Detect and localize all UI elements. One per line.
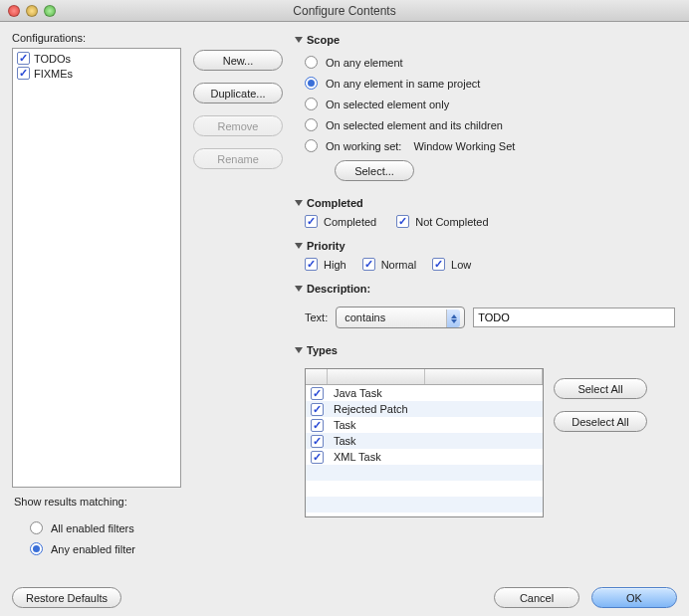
checkbox-not-completed-label: Not Completed — [415, 216, 488, 228]
radio-any-filter-label: Any enabled filter — [51, 543, 135, 555]
working-set-value: Window Working Set — [413, 140, 515, 152]
restore-defaults-button[interactable]: Restore Defaults — [12, 587, 121, 608]
disclosure-icon — [295, 243, 303, 249]
type-label: Rejected Patch — [328, 403, 425, 415]
type-label: Task — [328, 435, 425, 447]
radio-selected-only[interactable] — [305, 98, 318, 110]
table-row[interactable]: Java Task — [306, 385, 543, 401]
radio-any-filter[interactable] — [30, 542, 43, 555]
disclosure-icon — [295, 37, 303, 43]
chevron-updown-icon — [446, 309, 460, 327]
disclosure-icon — [295, 347, 303, 353]
duplicate-button[interactable]: Duplicate... — [193, 83, 283, 103]
checkbox-low-label: Low — [451, 259, 471, 271]
remove-button: Remove — [193, 115, 283, 136]
priority-header[interactable]: Priority — [295, 240, 675, 252]
combo-value: contains — [344, 311, 385, 323]
checkbox-icon[interactable] — [17, 67, 30, 80]
config-item[interactable]: TODOs — [13, 51, 180, 66]
description-mode-combo[interactable]: contains — [336, 307, 465, 328]
checkbox-icon[interactable] — [17, 52, 30, 65]
configurations-list[interactable]: TODOs FIXMEs — [12, 48, 181, 488]
scope-title: Scope — [307, 34, 340, 46]
disclosure-icon — [295, 200, 303, 206]
radio-working-set[interactable] — [305, 139, 318, 152]
config-item[interactable]: FIXMEs — [13, 66, 180, 81]
checkbox-normal-label: Normal — [381, 259, 416, 271]
checkbox-icon[interactable] — [311, 419, 324, 432]
description-title: Description: — [307, 283, 370, 295]
checkbox-high-label: High — [324, 259, 346, 271]
checkbox-icon[interactable] — [311, 403, 324, 416]
deselect-all-button[interactable]: Deselect All — [554, 411, 647, 432]
checkbox-icon[interactable] — [311, 387, 324, 400]
type-label: XML Task — [328, 451, 425, 463]
radio-selected-children-label: On selected element and its children — [326, 119, 503, 131]
window-controls — [8, 5, 56, 17]
config-item-label: TODOs — [34, 53, 71, 65]
checkbox-not-completed[interactable] — [396, 215, 409, 228]
radio-selected-children[interactable] — [305, 118, 318, 131]
checkbox-high[interactable] — [305, 258, 318, 271]
type-label: Task — [328, 419, 425, 431]
checkbox-low[interactable] — [432, 258, 445, 271]
radio-selected-only-label: On selected element only — [326, 99, 449, 110]
disclosure-icon — [295, 286, 303, 292]
description-text-input[interactable] — [473, 308, 675, 327]
cancel-button[interactable]: Cancel — [494, 587, 579, 608]
types-title: Types — [307, 344, 338, 356]
types-table[interactable]: Java TaskRejected PatchTaskTaskXML Task — [305, 368, 544, 517]
show-results-label: Show results matching: — [14, 496, 181, 508]
titlebar: Configure Contents — [0, 0, 689, 22]
checkbox-icon[interactable] — [311, 435, 324, 448]
types-header[interactable]: Types — [295, 344, 675, 356]
ok-button[interactable]: OK — [591, 587, 677, 608]
close-icon[interactable] — [8, 5, 20, 17]
completed-header[interactable]: Completed — [295, 197, 675, 209]
rename-button: Rename — [193, 148, 283, 169]
radio-any-element[interactable] — [305, 56, 318, 69]
priority-title: Priority — [307, 240, 345, 252]
select-working-set-button[interactable]: Select... — [335, 160, 414, 181]
zoom-icon[interactable] — [44, 5, 56, 17]
radio-working-set-label: On working set: — [326, 140, 401, 152]
config-item-label: FIXMEs — [34, 68, 73, 80]
new-button[interactable]: New... — [193, 50, 283, 71]
radio-all-filters-label: All enabled filters — [51, 522, 134, 534]
type-label: Java Task — [328, 387, 425, 399]
checkbox-icon[interactable] — [311, 451, 324, 464]
radio-same-project[interactable] — [305, 77, 318, 90]
checkbox-normal[interactable] — [362, 258, 375, 271]
text-label: Text: — [305, 311, 328, 323]
checkbox-completed-label: Completed — [324, 216, 376, 228]
table-header — [306, 369, 543, 385]
table-row[interactable]: XML Task — [306, 449, 543, 465]
completed-title: Completed — [307, 197, 363, 209]
table-row[interactable]: Rejected Patch — [306, 401, 543, 417]
select-all-button[interactable]: Select All — [554, 378, 647, 399]
minimize-icon[interactable] — [26, 5, 38, 17]
radio-same-project-label: On any element in same project — [326, 78, 480, 90]
configurations-label: Configurations: — [12, 32, 181, 44]
description-header[interactable]: Description: — [295, 283, 675, 295]
radio-any-element-label: On any element — [326, 57, 403, 69]
radio-all-filters[interactable] — [30, 521, 43, 534]
scope-header[interactable]: Scope — [295, 34, 675, 46]
window-title: Configure Contents — [8, 4, 681, 18]
table-row[interactable]: Task — [306, 417, 543, 433]
table-row[interactable]: Task — [306, 433, 543, 449]
checkbox-completed[interactable] — [305, 215, 318, 228]
